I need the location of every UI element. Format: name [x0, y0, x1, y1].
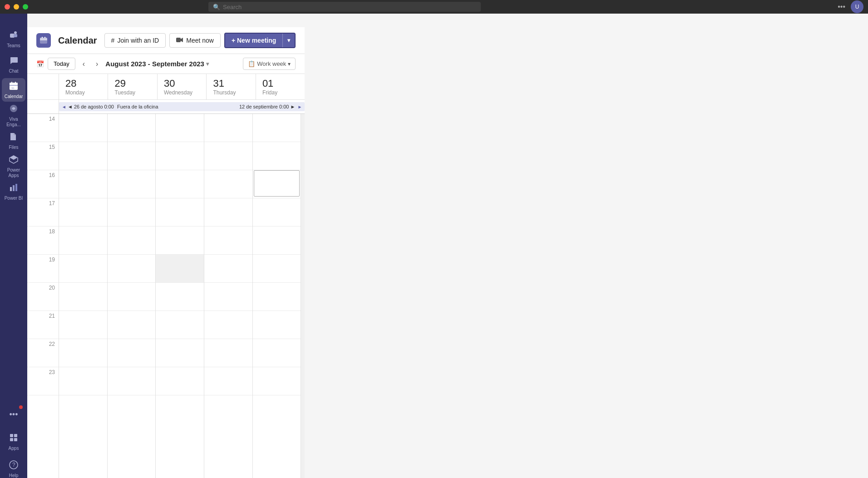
fri-18[interactable] — [253, 227, 301, 255]
search-bar[interactable]: 🔍 — [208, 2, 481, 12]
thu-15[interactable] — [204, 142, 252, 170]
mon-23[interactable] — [59, 367, 107, 395]
join-id-button[interactable]: # Join with an ID — [104, 33, 166, 48]
mon-19[interactable] — [59, 255, 107, 283]
tue-17[interactable] — [108, 198, 156, 227]
sidebar-item-apps[interactable]: Apps — [2, 430, 25, 453]
all-day-event[interactable]: ◄ ◄ 26 de agosto 0:00 Fuera de la oficin… — [59, 102, 305, 111]
thu-18[interactable] — [204, 227, 252, 255]
mon-15[interactable] — [59, 142, 107, 170]
mon-21[interactable] — [59, 311, 107, 339]
tue-22[interactable] — [108, 339, 156, 367]
wed-17[interactable] — [156, 198, 204, 227]
tue-21[interactable] — [108, 311, 156, 339]
tue-19[interactable] — [108, 255, 156, 283]
day-header-wed: 30 Wednesday — [158, 74, 207, 99]
wed-14[interactable] — [156, 114, 204, 142]
sidebar-item-help[interactable]: ? Help — [2, 457, 25, 478]
sidebar-item-files-label: Files — [9, 145, 18, 150]
mon-17[interactable] — [59, 198, 107, 227]
wed-15[interactable] — [156, 142, 204, 170]
new-meeting-button[interactable]: + New meeting — [225, 34, 283, 47]
avatar[interactable]: U — [851, 0, 863, 13]
more-icon[interactable]: ••• — [838, 3, 845, 11]
fri-22[interactable] — [253, 339, 301, 367]
sidebar-item-more[interactable]: ••• — [2, 403, 25, 426]
day-name-fri: Friday — [262, 89, 305, 96]
meeting-block-fri-16[interactable] — [254, 170, 300, 197]
new-meeting-dropdown[interactable]: ▾ — [283, 34, 295, 47]
day-num-30: 30 — [164, 78, 206, 89]
chat-icon — [9, 55, 19, 68]
tue-15[interactable] — [108, 142, 156, 170]
maximize-btn[interactable] — [23, 4, 28, 10]
wed-19[interactable] — [156, 255, 204, 283]
wed-16[interactable] — [156, 170, 204, 198]
date-range[interactable]: August 2023 - September 2023 ▾ — [105, 60, 209, 68]
thu-14[interactable] — [204, 114, 252, 142]
day-col-tue[interactable] — [108, 114, 156, 478]
mon-18[interactable] — [59, 227, 107, 255]
day-col-wed[interactable] — [156, 114, 204, 478]
fri-15[interactable] — [253, 142, 301, 170]
fri-14[interactable] — [253, 114, 301, 142]
mon-22[interactable] — [59, 339, 107, 367]
day-columns — [59, 114, 301, 478]
wed-22[interactable] — [156, 339, 204, 367]
minimize-btn[interactable] — [14, 4, 19, 10]
thu-17[interactable] — [204, 198, 252, 227]
sidebar-item-powerbi[interactable]: Power BI — [2, 180, 25, 203]
thu-20[interactable] — [204, 283, 252, 311]
mon-16[interactable] — [59, 170, 107, 198]
wed-18[interactable] — [156, 227, 204, 255]
next-button[interactable]: › — [92, 58, 102, 70]
meet-now-button[interactable]: Meet now — [169, 33, 221, 48]
mon-14[interactable] — [59, 114, 107, 142]
thu-21[interactable] — [204, 311, 252, 339]
search-icon: 🔍 — [213, 4, 220, 10]
day-col-thu[interactable] — [204, 114, 253, 478]
thu-23[interactable] — [204, 367, 252, 395]
day-num-29: 29 — [114, 78, 157, 89]
fri-23[interactable] — [253, 367, 301, 395]
tue-16[interactable] — [108, 170, 156, 198]
close-btn[interactable] — [5, 4, 10, 10]
mon-20[interactable] — [59, 283, 107, 311]
today-button[interactable]: Today — [48, 58, 75, 70]
sidebar-item-files[interactable]: Files — [2, 129, 25, 153]
fri-19[interactable] — [253, 255, 301, 283]
wed-23[interactable] — [156, 367, 204, 395]
thu-19[interactable] — [204, 255, 252, 283]
prev-button[interactable]: ‹ — [79, 58, 89, 70]
sidebar-item-chat[interactable]: Chat — [2, 53, 25, 76]
view-selector[interactable]: 📋 Work week ▾ — [243, 58, 296, 70]
wed-21[interactable] — [156, 311, 204, 339]
scrollbar[interactable] — [301, 114, 305, 478]
search-input[interactable] — [223, 4, 476, 10]
tue-14[interactable] — [108, 114, 156, 142]
tue-20[interactable] — [108, 283, 156, 311]
day-col-mon[interactable] — [59, 114, 108, 478]
fri-20[interactable] — [253, 283, 301, 311]
fri-21[interactable] — [253, 311, 301, 339]
tue-18[interactable] — [108, 227, 156, 255]
day-header-mon: 28 Monday — [59, 74, 108, 99]
time-gutter-header — [27, 74, 59, 99]
day-col-fri[interactable] — [253, 114, 301, 478]
sidebar-item-teams[interactable]: Teams — [2, 27, 25, 51]
thu-16[interactable] — [204, 170, 252, 198]
fri-17[interactable] — [253, 198, 301, 227]
wed-20[interactable] — [156, 283, 204, 311]
thu-22[interactable] — [204, 339, 252, 367]
sidebar-item-viva[interactable]: Viva Enga... — [2, 103, 25, 127]
titlebar-right: ••• U — [838, 0, 863, 13]
tue-23[interactable] — [108, 367, 156, 395]
svg-rect-2 — [14, 34, 17, 37]
sidebar-item-calendar[interactable]: 31 Calendar — [2, 78, 25, 102]
svg-rect-24 — [176, 38, 181, 42]
svg-rect-15 — [10, 438, 13, 441]
all-day-label — [27, 100, 59, 113]
sidebar-item-powerapps[interactable]: Power Apps — [2, 154, 25, 178]
svg-rect-16 — [14, 438, 17, 441]
time-21: 21 — [27, 311, 59, 339]
